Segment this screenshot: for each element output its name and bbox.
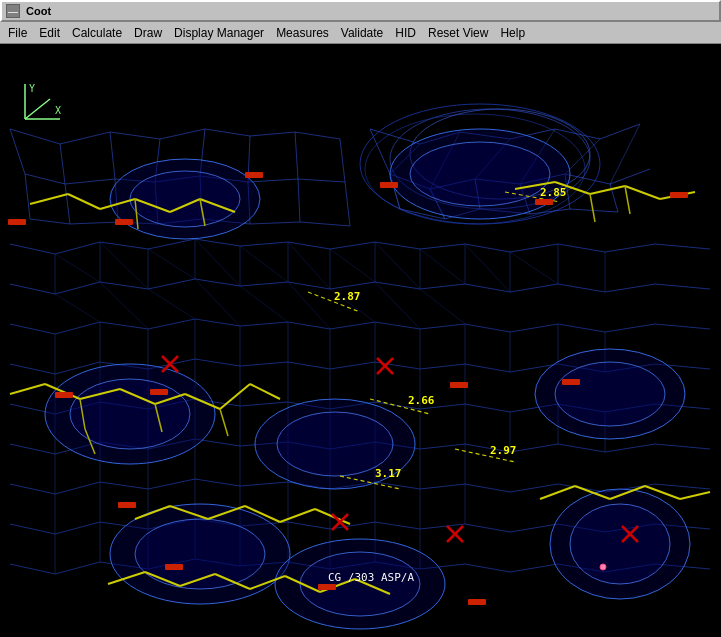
svg-line-59: [25, 174, 30, 219]
svg-rect-392: [165, 564, 183, 570]
svg-line-46: [110, 132, 115, 179]
svg-line-92: [148, 279, 195, 289]
svg-line-128: [510, 324, 558, 332]
svg-line-99: [465, 284, 510, 292]
svg-line-302: [240, 286, 288, 322]
svg-line-290: [195, 239, 240, 286]
svg-rect-385: [380, 182, 398, 188]
menu-validate[interactable]: Validate: [335, 24, 389, 42]
svg-rect-396: [450, 382, 468, 388]
svg-line-139: [330, 362, 375, 369]
molecular-viewport[interactable]: Y X 2.87 2.66 2.97 3.17 2.85 CG /303 ASP…: [0, 44, 721, 637]
svg-text:2.66: 2.66: [408, 394, 435, 407]
svg-rect-397: [562, 379, 580, 385]
svg-line-367: [590, 194, 595, 222]
svg-line-214: [55, 482, 100, 494]
svg-line-301: [195, 279, 240, 326]
svg-line-196: [510, 444, 558, 452]
menu-draw[interactable]: Draw: [128, 24, 168, 42]
window-title: Coot: [26, 5, 51, 17]
svg-line-360: [680, 492, 710, 499]
svg-line-293: [330, 249, 375, 282]
svg-line-141: [420, 364, 465, 369]
svg-line-58: [298, 179, 345, 182]
svg-line-217: [195, 479, 240, 486]
mol-canvas: Y X 2.87 2.66 2.97 3.17 2.85 CG /303 ASP…: [0, 44, 721, 637]
svg-line-213: [10, 484, 55, 494]
svg-line-124: [330, 322, 375, 329]
menu-hid[interactable]: HID: [389, 24, 422, 42]
svg-line-346: [280, 509, 315, 522]
svg-line-51: [340, 139, 345, 182]
svg-line-356: [540, 486, 575, 499]
window-icon[interactable]: —: [6, 4, 20, 18]
title-bar: — Coot: [0, 0, 721, 22]
menu-help[interactable]: Help: [494, 24, 531, 42]
svg-line-216: [148, 479, 195, 489]
svg-line-123: [288, 322, 330, 329]
svg-line-297: [510, 252, 558, 284]
menu-file[interactable]: File: [2, 24, 33, 42]
svg-line-45: [60, 144, 65, 184]
svg-line-94: [240, 282, 288, 286]
svg-line-97: [375, 282, 420, 289]
svg-line-340: [625, 186, 660, 199]
svg-text:2.97: 2.97: [490, 444, 517, 457]
svg-line-142: [465, 364, 510, 372]
svg-point-322: [570, 504, 670, 584]
menu-display-manager[interactable]: Display Manager: [168, 24, 270, 42]
svg-line-87: [605, 244, 655, 252]
svg-text:X: X: [55, 105, 61, 116]
svg-line-248: [465, 524, 510, 532]
svg-line-44: [10, 129, 25, 174]
menu-reset-view[interactable]: Reset View: [422, 24, 494, 42]
svg-line-121: [195, 319, 240, 326]
menu-measures[interactable]: Measures: [270, 24, 335, 42]
svg-text:2.85: 2.85: [540, 186, 567, 199]
svg-line-289: [148, 249, 195, 279]
svg-line-136: [195, 359, 240, 366]
svg-rect-388: [55, 392, 73, 398]
svg-line-274: [510, 564, 558, 572]
svg-line-198: [605, 444, 655, 452]
svg-line-74: [10, 244, 55, 254]
svg-line-90: [55, 282, 100, 294]
menu-edit[interactable]: Edit: [33, 24, 66, 42]
svg-line-218: [240, 482, 288, 486]
svg-line-43: [295, 132, 340, 139]
svg-line-81: [330, 242, 375, 249]
svg-rect-393: [468, 599, 486, 605]
svg-rect-391: [318, 584, 336, 590]
menu-calculate[interactable]: Calculate: [66, 24, 128, 42]
svg-line-78: [195, 239, 240, 246]
svg-line-298: [55, 294, 100, 322]
svg-line-292: [288, 242, 330, 289]
svg-line-96: [330, 282, 375, 289]
svg-line-295: [420, 249, 465, 284]
svg-line-73: [300, 222, 350, 226]
svg-line-41: [205, 129, 250, 136]
svg-line-170: [465, 404, 510, 412]
svg-text:2.87: 2.87: [334, 290, 361, 303]
svg-line-57: [248, 179, 298, 182]
svg-rect-386: [115, 219, 133, 225]
svg-line-323: [10, 384, 45, 394]
svg-point-409: [600, 564, 606, 570]
svg-line-102: [605, 284, 655, 292]
svg-line-224: [510, 484, 558, 492]
svg-line-215: [100, 482, 148, 489]
svg-line-86: [558, 244, 605, 252]
svg-line-118: [55, 322, 100, 334]
svg-line-15: [565, 174, 610, 184]
svg-line-91: [100, 282, 148, 289]
svg-line-294: [375, 242, 420, 289]
svg-line-37: [10, 129, 60, 144]
svg-line-199: [655, 444, 710, 449]
svg-line-98: [420, 284, 465, 289]
svg-line-291: [240, 246, 288, 282]
svg-line-223: [465, 484, 510, 492]
svg-line-50: [295, 132, 298, 179]
svg-line-21: [565, 139, 600, 174]
svg-line-67: [30, 219, 70, 224]
svg-line-273: [465, 564, 510, 572]
